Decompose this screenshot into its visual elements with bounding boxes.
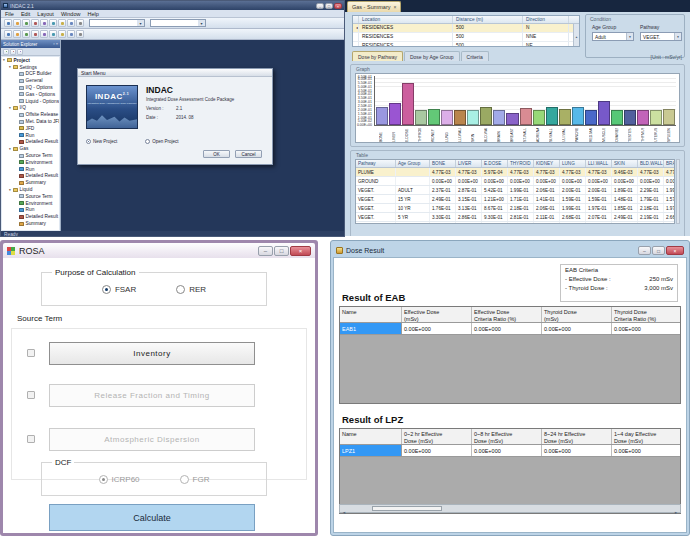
dose-row-veget-10-yr[interactable]: VEGET.10 YR1.76E-013.13E-018.67E-012.18E…	[356, 204, 674, 213]
open-icon[interactable]	[13, 19, 21, 27]
toolbar-combo-2[interactable]: ▾	[150, 19, 206, 27]
lpz-row-lpz1[interactable]: LPZ10.00E+0000.00E+0000.00E+0000.00E+000	[340, 445, 680, 457]
location-row-ne[interactable]: RESIDENCES500NE	[353, 42, 579, 47]
build-icon[interactable]	[22, 30, 30, 38]
tree-item-run[interactable]: Run	[2, 207, 59, 214]
eab-column-thyroid-dose[interactable]: Thyroid Dose(mSv)	[542, 307, 612, 322]
tree-item-run[interactable]: Run	[2, 132, 59, 139]
rosa-minimize-button[interactable]: –	[258, 246, 273, 256]
tree-item-dcf-builder[interactable]: DCF Builder	[2, 71, 59, 78]
scroll-up-icon[interactable]	[575, 24, 578, 42]
atmospheric-dispersion-checkbox[interactable]	[27, 435, 35, 443]
age-group-select[interactable]: Adult	[592, 32, 634, 41]
new-project-icon[interactable]	[4, 19, 12, 27]
tree-item-gas-options[interactable]: Gas - Options	[2, 91, 59, 98]
scroll-left-icon[interactable]	[357, 231, 361, 237]
tab-criteria[interactable]: Criteria	[461, 51, 489, 61]
tree-item-i-q-options[interactable]: I/Q - Options	[2, 84, 59, 91]
location-row-n[interactable]: RESIDENCES500N	[353, 24, 579, 33]
dose-grid-vscrollbar[interactable]	[676, 159, 680, 224]
combo-arrow-icon[interactable]: ▾	[137, 20, 144, 26]
save-icon[interactable]	[22, 19, 30, 27]
tree-item-detailed-result[interactable]: Detailed Result	[2, 213, 59, 220]
atmospheric-dispersion-button[interactable]: Atmospheric Dispersion	[49, 428, 255, 451]
calculate-button[interactable]: Calculate	[49, 504, 255, 531]
tree-item-met-data-to-jfd[interactable]: Met. Data to JFD	[2, 118, 59, 125]
dose-result-maximize-button[interactable]: □	[652, 246, 665, 255]
tree-item-source-term[interactable]: Source Term	[2, 193, 59, 200]
icrp60-radio[interactable]: ICRP60	[99, 475, 140, 484]
rer-radio[interactable]: RER	[176, 285, 206, 294]
tree-item-general[interactable]: General	[2, 77, 59, 84]
dose-row-plume-item[interactable]: PLUME4.77E-034.77E-035.97E-044.77E-034.7…	[356, 168, 674, 177]
tree-item-jfd[interactable]: JFD	[2, 125, 59, 132]
dose-result-titlebar[interactable]: Dose Result –□×	[333, 243, 687, 257]
location-row-nne[interactable]: RESIDENCES500NNE	[353, 33, 579, 42]
tree-item-project[interactable]: ▾Project	[2, 57, 59, 64]
lpz-column-1-4-day-effective[interactable]: 1~4 day EffectiveDose (mSv)	[612, 429, 681, 444]
combo-arrow-icon[interactable]: ▾	[198, 20, 205, 26]
dose-column-lung[interactable]: LUNG	[560, 160, 586, 167]
close-icon[interactable]: ×	[56, 41, 58, 47]
dose-column-skin[interactable]: SKIN	[612, 160, 638, 167]
eab-column-name[interactable]: Name	[340, 307, 402, 322]
location-column-direction[interactable]: Direction	[523, 16, 569, 23]
dose-column-kidney[interactable]: KIDNEY	[534, 160, 560, 167]
rosa-titlebar[interactable]: ROSA –□×	[3, 243, 315, 258]
tree-item-summary[interactable]: Summary	[2, 179, 59, 186]
solution-explorer-header[interactable]: Solution Explorer ▫×	[1, 40, 60, 48]
fgr-radio[interactable]: FGR	[180, 475, 210, 484]
eab-column-thyroid-dose[interactable]: Thyroid DoseCriteria Ratio (%)	[612, 307, 681, 322]
ok-button[interactable]: OK	[203, 150, 230, 158]
menu-layout[interactable]: Layout	[37, 11, 54, 17]
tree-item-source-term[interactable]: Source Term	[2, 152, 59, 159]
cancel-button[interactable]: Cancel	[235, 150, 262, 158]
new-project-radio[interactable]: New Project	[86, 139, 117, 144]
location-column-distance-m[interactable]: Distance (m)	[453, 16, 523, 23]
scroll-right-icon[interactable]	[669, 231, 673, 237]
dose-row-ground-item[interactable]: GROUND0.00E+000.00E+000.00E+000.00E+000.…	[356, 177, 674, 186]
scroll-thumb[interactable]	[372, 506, 442, 511]
tree-item-detailed-result[interactable]: Detailed Result	[2, 173, 59, 180]
scroll-left-icon[interactable]	[342, 500, 346, 518]
indac-close-button[interactable]: ×	[334, 3, 342, 9]
tree-item-settings[interactable]: ▾Settings	[2, 64, 59, 71]
menu-edit[interactable]: Edit	[21, 11, 30, 17]
rosa-close-button[interactable]: ×	[290, 246, 311, 256]
auto-hide-pin-icon[interactable]: ▫	[53, 41, 54, 47]
dose-result-close-button[interactable]: ×	[666, 246, 684, 255]
indac-titlebar[interactable]: INDAC 2.1 –□×	[1, 1, 344, 10]
tree-item-offsite-release[interactable]: Offsite Release	[2, 111, 59, 118]
start-menu-titlebar[interactable]: Start Menu	[78, 69, 272, 77]
run-icon[interactable]	[4, 30, 12, 38]
dose-column-brain[interactable]: BRAIN	[664, 160, 675, 167]
tab-dose-by-age-group[interactable]: Dose by Age Group	[404, 51, 460, 61]
rosa-maximize-button[interactable]: □	[274, 246, 289, 256]
toolbar-combo-1[interactable]: ▾	[89, 19, 145, 27]
dose-column-e-dose[interactable]: E.DOSE	[482, 160, 508, 167]
eab-column-effective-dose[interactable]: Effective Dose(mSv)	[402, 307, 472, 322]
location-grid-vscrollbar[interactable]	[573, 24, 579, 46]
eab-row-eab1[interactable]: EAB10.00E+0000.00E+0000.00E+0000.00E+000	[340, 323, 680, 335]
inventory-button[interactable]: Inventory	[49, 342, 255, 365]
dose-row-veget-5-yr[interactable]: VEGET.5 YR3.30E-012.86E-019.30E-012.81E-…	[356, 213, 674, 222]
tree-item-gas[interactable]: ▾Gas	[2, 145, 59, 152]
tab-gas-summary[interactable]: Gas - Summary	[347, 1, 401, 12]
open-project-radio[interactable]: Open Project	[145, 139, 178, 144]
lpz-hscrollbar[interactable]	[339, 504, 681, 513]
layout-icon[interactable]	[40, 30, 48, 38]
indac-minimize-button[interactable]: –	[316, 3, 324, 9]
save-all-icon[interactable]	[31, 19, 39, 27]
paste-icon[interactable]	[58, 19, 66, 27]
release-fraction-checkbox[interactable]	[27, 391, 35, 399]
dose-column-liver[interactable]: LIVER	[456, 160, 482, 167]
dose-result-minimize-button[interactable]: –	[638, 246, 651, 255]
lpz-column-8-24-hr-effective[interactable]: 8~24 hr EffectiveDose (mSv)	[542, 429, 612, 444]
dose-column-age-group[interactable]: Age Group	[396, 160, 430, 167]
indac-maximize-button[interactable]: □	[325, 3, 333, 9]
tree-item-summary[interactable]: Summary	[2, 220, 59, 227]
lpz-column-name[interactable]: Name	[340, 429, 402, 444]
export-icon[interactable]	[67, 30, 75, 38]
settings-icon[interactable]	[31, 30, 39, 38]
undo-icon[interactable]	[67, 19, 75, 27]
